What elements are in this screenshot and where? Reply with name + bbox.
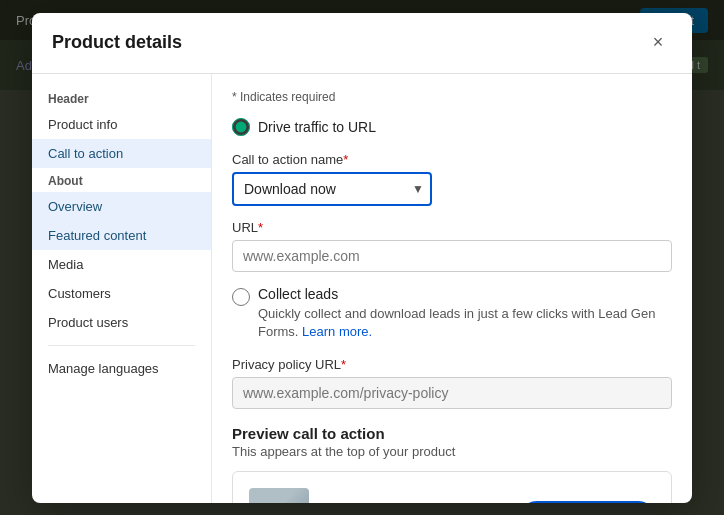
- url-field-group: URL*: [232, 220, 672, 272]
- preview-section: Preview call to action This appears at t…: [232, 425, 672, 503]
- modal-title: Product details: [52, 32, 182, 53]
- sidebar-item-call-to-action[interactable]: Call to action: [32, 139, 211, 168]
- collect-leads-section: Collect leads Quickly collect and downlo…: [232, 286, 672, 341]
- cta-name-field-group: Call to action name* Download now Sign u…: [232, 152, 672, 206]
- sidebar-item-overview[interactable]: Overview: [32, 192, 211, 221]
- sidebar-item-customers[interactable]: Customers: [32, 279, 211, 308]
- radio-group: Drive traffic to URL: [232, 118, 672, 136]
- drive-traffic-option[interactable]: Drive traffic to URL: [232, 118, 672, 136]
- sidebar-item-featured-content[interactable]: Featured content: [32, 221, 211, 250]
- sidebar-divider: [48, 345, 195, 346]
- sidebar-item-label: Overview: [48, 199, 102, 214]
- collect-leads-radio[interactable]: [232, 288, 250, 306]
- sidebar-item-label: Media: [48, 257, 83, 272]
- drive-traffic-radio[interactable]: [232, 118, 250, 136]
- cta-name-label: Call to action name*: [232, 152, 672, 167]
- product-details-modal: Product details × Header Product info Ca…: [32, 13, 692, 503]
- sidebar-item-label: Featured content: [48, 228, 146, 243]
- sidebar-item-product-info[interactable]: Product info: [32, 110, 211, 139]
- sidebar-section-header: Header: [32, 86, 211, 110]
- sidebar-item-label: Product users: [48, 315, 128, 330]
- sidebar: Header Product info Call to action About…: [32, 74, 212, 503]
- modal-overlay: Product details × Header Product info Ca…: [0, 0, 724, 515]
- sidebar-item-manage-languages[interactable]: Manage languages: [32, 354, 211, 383]
- privacy-label: Privacy policy URL*: [232, 357, 672, 372]
- sidebar-item-product-users[interactable]: Product users: [32, 308, 211, 337]
- collect-leads-content: Collect leads Quickly collect and downlo…: [258, 286, 672, 341]
- main-content: * Indicates required Drive traffic to UR…: [212, 74, 692, 503]
- sidebar-section-about: About: [32, 168, 211, 192]
- url-label: URL*: [232, 220, 672, 235]
- privacy-required: *: [341, 357, 346, 372]
- sidebar-item-label: Call to action: [48, 146, 123, 161]
- sidebar-item-label: Manage languages: [48, 361, 159, 376]
- modal-header: Product details ×: [32, 13, 692, 74]
- drive-traffic-label: Drive traffic to URL: [258, 119, 376, 135]
- cta-name-required: *: [343, 152, 348, 167]
- preview-subtitle: This appears at the top of your product: [232, 444, 672, 459]
- cta-name-select-wrapper: Download now Sign up Learn more Get star…: [232, 172, 432, 206]
- cta-name-select[interactable]: Download now Sign up Learn more Get star…: [232, 172, 432, 206]
- collect-leads-title: Collect leads: [258, 286, 672, 302]
- modal-close-button[interactable]: ×: [644, 29, 672, 57]
- preview-cta-button[interactable]: Download now ↗: [520, 501, 655, 502]
- url-required: *: [258, 220, 263, 235]
- modal-body: Header Product info Call to action About…: [32, 74, 692, 503]
- sidebar-item-label: Customers: [48, 286, 111, 301]
- preview-title: Preview call to action: [232, 425, 672, 442]
- preview-card: Best Product Ever Download now ↗: [232, 471, 672, 503]
- privacy-field-group: Privacy policy URL*: [232, 357, 672, 409]
- product-thumbnail: [249, 488, 309, 503]
- sidebar-item-label: Product info: [48, 117, 117, 132]
- collect-leads-description: Quickly collect and download leads in ju…: [258, 305, 672, 341]
- required-note: * Indicates required: [232, 90, 672, 104]
- learn-more-link[interactable]: Learn more.: [302, 324, 372, 339]
- url-input[interactable]: [232, 240, 672, 272]
- sidebar-item-media[interactable]: Media: [32, 250, 211, 279]
- privacy-url-input[interactable]: [232, 377, 672, 409]
